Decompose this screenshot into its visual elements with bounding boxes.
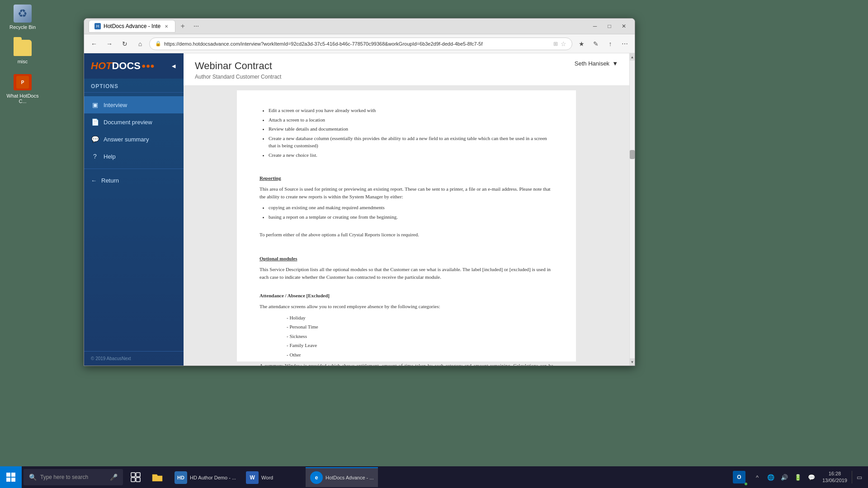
misc-folder-image (14, 40, 32, 56)
what-hotdocs-icon[interactable]: P What HotDocs C... (5, 73, 41, 104)
taskbar-app-task-view[interactable] (125, 466, 146, 488)
browser-window: H HotDocs Advance - Inte ✕ + ⋯ ─ □ ✕ ← →… (84, 18, 635, 366)
attendance-summary: A summary Window is provided which shows… (259, 362, 553, 366)
microphone-icon: 🎤 (110, 474, 118, 481)
back-button[interactable]: ← (88, 38, 100, 50)
document-container[interactable]: Edit a screen or wizard you have already… (184, 86, 629, 366)
return-label: Return (101, 177, 119, 184)
scroll-thumb (630, 150, 635, 159)
sound-icon[interactable]: 🔊 (778, 471, 791, 483)
page-subtitle: Author Standard Customer Contract (195, 74, 281, 80)
forward-button[interactable]: → (103, 38, 116, 50)
sidebar-item-answer-summary[interactable]: 💬 Answer summary (84, 131, 184, 148)
user-name: Seth Hanisek (575, 60, 609, 67)
svg-rect-3 (136, 478, 140, 482)
tab-dropdown-button[interactable]: ⋯ (190, 20, 203, 33)
taskbar-window-hd-author[interactable]: HD HD Author Demo - ... (170, 467, 241, 487)
sidebar-item-help[interactable]: ? Help (84, 148, 184, 165)
start-button[interactable] (0, 466, 22, 488)
interview-label: Interview (104, 102, 127, 108)
help-icon: ? (91, 152, 99, 160)
sidebar-item-return[interactable]: ← Return (84, 173, 184, 188)
sidebar-item-document-preview[interactable]: 📄 Document preview (84, 113, 184, 131)
url-text: https://demo.hotdocsadvance.com/intervie… (164, 41, 551, 47)
taskbar-search[interactable]: 🔍 Type here to search 🎤 (24, 469, 123, 485)
crystal-text: To perform either of the above options a… (259, 231, 553, 239)
hotdocs-window-label: HotDocs Advance - ... (326, 475, 373, 480)
reader-view-icon: ⊞ (553, 41, 558, 47)
recycle-bin-icon[interactable]: Recycle Bin (5, 5, 41, 30)
sidebar-menu: ▣ Interview 📄 Document preview 💬 Answer … (84, 93, 184, 351)
attendance-list: Holiday Personal Time Sickness Family Le… (287, 314, 553, 359)
attendance-item-4: Family Leave (287, 342, 553, 349)
restore-button[interactable]: □ (603, 21, 616, 31)
taskbar-app-outlook[interactable]: O (728, 466, 750, 488)
reporting-bullet-1: copying an existing one and making requi… (269, 204, 553, 211)
bullet-item: Review table details and documentation (269, 125, 553, 133)
scroll-down-button[interactable]: ▼ (630, 358, 635, 366)
sidebar-item-interview[interactable]: ▣ Interview (84, 96, 184, 113)
optional-heading: Optional modules (259, 255, 553, 263)
active-tab[interactable]: H HotDocs Advance - Inte ✕ (89, 20, 175, 33)
document-preview-label: Document preview (104, 119, 152, 126)
reporting-bullet-2: basing a report on a template or creatin… (269, 213, 553, 221)
optional-text: This Service Description lists all the o… (259, 266, 553, 281)
taskbar-window-hotdocs[interactable]: e HotDocs Advance - ... (306, 467, 378, 487)
taskbar-app-explorer[interactable] (146, 466, 168, 488)
answer-summary-icon: 💬 (91, 135, 99, 143)
browser-body: HOTDOCS ●●● ◄ Options ▣ Interview 📄 Docu… (84, 53, 635, 366)
bullet-item: Attach a screen to a location (269, 116, 553, 124)
collapse-sidebar-button[interactable]: ◄ (170, 62, 177, 70)
hd-author-label: HD Author Demo - ... (190, 475, 236, 480)
content-header: Webinar Contract Author Standard Custome… (184, 53, 629, 86)
top-bullets-list: Edit a screen or wizard you have already… (269, 107, 553, 159)
tab-label: HotDocs Advance - Inte (104, 23, 160, 29)
share-icon[interactable]: ↑ (604, 38, 617, 50)
network-icon[interactable]: 🌐 (764, 471, 777, 483)
tab-bar: H HotDocs Advance - Inte ✕ + ⋯ (89, 20, 585, 33)
svg-rect-1 (136, 473, 140, 477)
show-desktop-button[interactable]: ▭ (852, 471, 864, 483)
svg-rect-0 (131, 473, 135, 477)
bullet-item: Create a new database column (essentiall… (269, 135, 553, 150)
help-label: Help (104, 153, 116, 160)
sidebar: HOTDOCS ●●● ◄ Options ▣ Interview 📄 Docu… (84, 53, 184, 366)
word-label: Word (261, 475, 273, 480)
user-dropdown-icon: ▼ (612, 60, 618, 67)
collections-icon[interactable]: ✎ (590, 38, 602, 50)
clock[interactable]: 16:28 13/06/2019 (819, 470, 851, 484)
browser-toolbar: ★ ✎ ↑ ⋯ (575, 38, 631, 50)
user-menu[interactable]: Seth Hanisek ▼ (575, 60, 618, 67)
attendance-text: The attendance screens allow you to reco… (259, 303, 553, 310)
reporting-heading: Reporting (259, 174, 553, 182)
notification-icon[interactable]: 💬 (805, 471, 818, 483)
document-scrollbar[interactable]: ▲ ▼ (629, 53, 635, 366)
more-options-icon[interactable]: ⋯ (618, 38, 631, 50)
tab-close-button[interactable]: ✕ (163, 23, 170, 29)
attendance-item-1: Holiday (287, 314, 553, 322)
document-preview-icon: 📄 (91, 118, 99, 126)
refresh-button[interactable]: ↻ (118, 38, 131, 50)
close-button[interactable]: ✕ (618, 21, 630, 31)
show-hidden-icons[interactable]: ^ (751, 471, 764, 483)
battery-icon[interactable]: 🔋 (792, 471, 804, 483)
notification-badge (745, 483, 747, 485)
taskbar-window-word[interactable]: W Word (241, 467, 305, 487)
scroll-up-button[interactable]: ▲ (630, 53, 635, 61)
bookmark-icon[interactable]: ☆ (561, 40, 566, 47)
what-hotdocs-image: P (14, 74, 32, 90)
address-bar[interactable]: 🔒 https://demo.hotdocsadvance.com/interv… (149, 38, 572, 50)
recycle-bin-image (14, 5, 32, 23)
desktop: Recycle Bin misc P What HotDocs C... H H… (0, 0, 868, 488)
home-button[interactable]: ⌂ (134, 38, 146, 50)
minimize-button[interactable]: ─ (589, 21, 601, 31)
new-tab-button[interactable]: + (177, 21, 188, 32)
search-placeholder: Type here to search (40, 474, 88, 480)
svg-rect-2 (131, 478, 135, 482)
scroll-thumb-area (630, 61, 635, 358)
taskbar-windows: HD HD Author Demo - ... W Word e HotDocs… (168, 467, 725, 487)
sidebar-footer: © 2019 AbacusNext (84, 351, 184, 366)
misc-folder-icon[interactable]: misc (5, 39, 41, 64)
favorites-icon[interactable]: ★ (575, 38, 588, 50)
lock-icon: 🔒 (155, 41, 161, 47)
